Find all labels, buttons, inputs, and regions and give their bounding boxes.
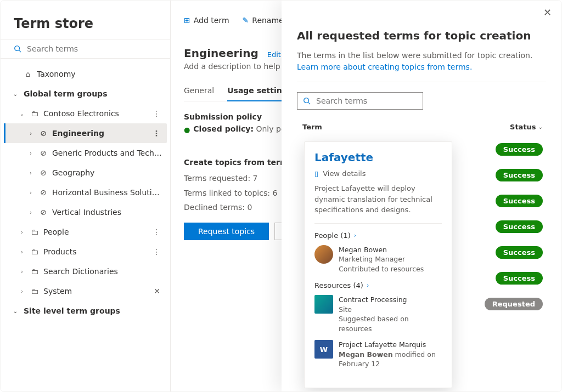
tree-sidebar: Term store ⌂ Taxonomy ⌄ Global term grou… — [1, 1, 171, 391]
people-head-label: People (1) — [314, 231, 351, 240]
tag-icon: ⊘ — [39, 129, 48, 138]
people-group[interactable]: People (1) › — [314, 231, 442, 240]
check-icon: ● — [184, 126, 190, 134]
tree-horizontal[interactable]: › ⊘ Horizontal Business Solutions — [4, 183, 167, 202]
view-details-link[interactable]: ▯ View details — [314, 169, 442, 178]
tag-icon: ⊘ — [39, 168, 48, 177]
close-button[interactable]: ✕ — [540, 6, 555, 19]
resource-title: Project Lafayette Marquis — [339, 340, 442, 350]
tree-label: Search Dictionaries — [43, 267, 162, 276]
request-topics-button[interactable]: Request topics — [184, 223, 269, 240]
tree-label: People — [43, 228, 146, 236]
tag-icon: ⊘ — [39, 188, 48, 197]
chevron-right-icon: › — [27, 150, 35, 156]
tree-vertical[interactable]: › ⊘ Vertical Industries — [4, 202, 167, 222]
person-role: Marketing Manager — [339, 254, 424, 264]
close-icon: ✕ — [543, 7, 552, 18]
term-name: Engineering — [184, 47, 258, 60]
resource-item[interactable]: Contract Processing Site Suggested based… — [314, 295, 442, 333]
tree-generic[interactable]: › ⊘ Generic Products and Technol... — [4, 143, 167, 163]
learn-more-link[interactable]: Learn more about creating topics from te… — [297, 63, 472, 71]
person-note: Contributed to resources — [339, 264, 424, 274]
person-name: Megan Bowen — [339, 245, 424, 255]
tree-global-group[interactable]: ⌄ Global term groups — [4, 84, 167, 104]
tree-products[interactable]: › 🗀 Products ⋮ — [4, 242, 167, 262]
word-doc-icon: W — [314, 340, 333, 359]
tree-label: Generic Products and Technol... — [52, 149, 162, 157]
chevron-down-icon: ⌄ — [18, 111, 26, 117]
status-badge: Success — [496, 143, 543, 156]
search-icon — [14, 45, 21, 53]
folder-icon: 🗀 — [30, 287, 39, 296]
person-item[interactable]: Megan Bowen Marketing Manager Contribute… — [314, 245, 442, 274]
avatar — [314, 245, 333, 264]
tree-system[interactable]: › 🗀 System ✕ — [4, 281, 167, 301]
page-title: Term store — [1, 12, 170, 39]
status-badge: Success — [496, 220, 543, 233]
chevron-right-icon: › — [27, 190, 35, 196]
tree-people[interactable]: › 🗀 People ⋮ — [4, 222, 167, 242]
panel-search-input[interactable] — [315, 96, 417, 106]
chevron-right-icon: › — [18, 249, 26, 255]
tree-label: Geography — [52, 168, 162, 177]
chevron-down-icon: ⌄ — [538, 124, 543, 130]
resource-kind: Site — [339, 305, 442, 315]
tree-label: Taxonomy — [37, 70, 162, 78]
resource-note: Suggested based on resources — [339, 314, 442, 333]
chevron-right-icon: › — [354, 232, 356, 239]
tree-taxonomy[interactable]: ⌂ Taxonomy — [4, 64, 167, 84]
panel-title: All requested terms for topic creation — [297, 29, 546, 42]
tree-engineering[interactable]: › ⊘ Engineering ⋮ — [4, 123, 167, 143]
topic-title[interactable]: Lafayette — [314, 151, 442, 164]
toolbar-label: Add term — [194, 16, 229, 25]
tree-search-dict[interactable]: › 🗀 Search Dictionaries — [4, 262, 167, 281]
tree-site-level[interactable]: ⌄ Site level term groups — [4, 301, 167, 321]
more-icon[interactable]: ⋮ — [150, 109, 162, 118]
topic-hover-card: Lafayette ▯ View details Project Lafayet… — [304, 141, 452, 388]
status-badge: Success — [496, 272, 543, 285]
chevron-right-icon: › — [27, 170, 35, 176]
policy-label: Closed policy: — [193, 124, 254, 133]
chevron-right-icon: › — [27, 209, 35, 215]
panel-body-text: The terms in the list below were submitt… — [297, 51, 532, 60]
chevron-down-icon: ⌄ — [12, 308, 19, 314]
tree-geography[interactable]: › ⊘ Geography — [4, 163, 167, 183]
tree-label: Products — [43, 247, 146, 256]
resources-head-label: Resources (4) — [314, 281, 363, 289]
tree-label: Site level term groups — [24, 306, 162, 315]
edit-link[interactable]: Edit — [267, 50, 281, 59]
col-term[interactable]: Term — [302, 123, 322, 131]
tree-label: Engineering — [52, 129, 146, 138]
tree-label: Contoso Electronics — [43, 109, 146, 118]
panel-body: The terms in the list below were submitt… — [297, 50, 546, 73]
status-badge: Success — [496, 195, 543, 207]
resource-author: Megan Bowen — [339, 350, 393, 359]
status-badge: Success — [496, 246, 543, 259]
page-icon: ▯ — [314, 169, 318, 178]
more-icon[interactable]: ⋮ — [150, 129, 162, 138]
topic-description: Project Lafayette will deploy dynamic tr… — [314, 183, 442, 224]
chevron-right-icon: › — [18, 269, 26, 275]
col-status[interactable]: Status ⌄ — [510, 123, 543, 131]
tools-icon[interactable]: ✕ — [151, 287, 162, 296]
resource-title: Contract Processing — [339, 295, 442, 305]
add-term-button[interactable]: ⊞ Add term — [184, 16, 229, 25]
tree-contoso[interactable]: ⌄ 🗀 Contoso Electronics ⋮ — [4, 104, 167, 123]
resources-group[interactable]: Resources (4) › — [314, 281, 442, 289]
folder-icon: 🗀 — [30, 267, 39, 276]
add-icon: ⊞ — [184, 16, 190, 25]
more-icon[interactable]: ⋮ — [150, 228, 162, 236]
home-icon: ⌂ — [24, 70, 32, 78]
more-icon[interactable]: ⋮ — [150, 247, 162, 256]
svg-point-0 — [15, 46, 20, 51]
col-status-label: Status — [510, 123, 536, 131]
panel-search[interactable] — [297, 92, 423, 110]
resource-item[interactable]: W Project Lafayette Marquis Megan Bowen … — [314, 340, 442, 369]
tag-icon: ⊘ — [39, 149, 48, 157]
search-terms[interactable] — [1, 39, 170, 59]
search-icon — [303, 97, 311, 105]
search-input[interactable] — [26, 44, 157, 54]
status-badge: Success — [496, 169, 543, 181]
chevron-right-icon: › — [27, 130, 35, 137]
tab-general[interactable]: General — [184, 81, 214, 101]
